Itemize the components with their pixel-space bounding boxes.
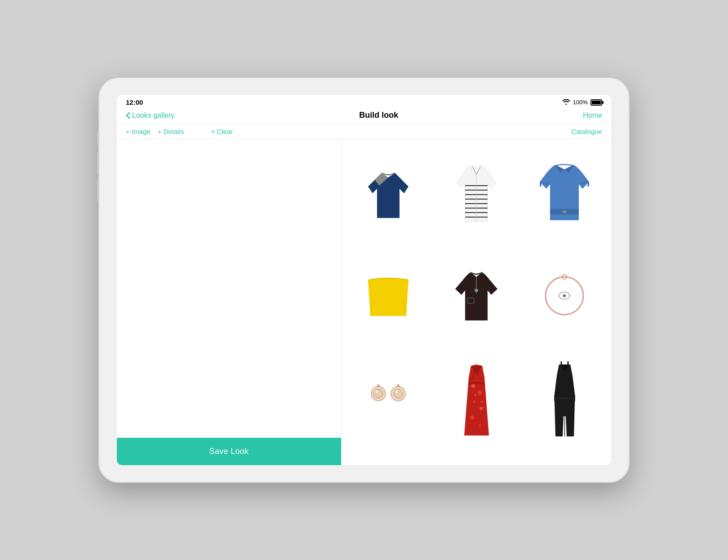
- ipad-frame: 12:00 100%: [99, 78, 629, 482]
- right-panel: [342, 139, 611, 465]
- svg-point-25: [470, 415, 475, 420]
- battery-fill: [592, 101, 601, 104]
- status-time: 12:00: [126, 98, 143, 106]
- svg-point-18: [395, 391, 398, 393]
- status-bar: 12:00 100%: [117, 95, 611, 108]
- catalogue-grid: [346, 144, 607, 448]
- item-visual-black-sweater: [449, 260, 503, 332]
- side-button-volume-down[interactable]: [97, 179, 99, 201]
- list-item[interactable]: [346, 144, 431, 243]
- item-visual-bracelet: [537, 260, 591, 332]
- toolbar-left: + Image + Details: [126, 128, 184, 135]
- svg-point-28: [481, 401, 483, 403]
- left-panel: Save Look: [117, 139, 342, 465]
- list-item[interactable]: [522, 144, 607, 243]
- svg-rect-2: [562, 210, 567, 213]
- battery-icon: [590, 99, 602, 106]
- add-details-button[interactable]: + Details: [158, 128, 184, 135]
- item-visual-denim-jacket: [537, 157, 591, 229]
- toolbar: + Image + Details × Clear Catalogue: [117, 124, 611, 139]
- svg-point-21: [471, 384, 475, 388]
- home-button[interactable]: Home: [583, 111, 602, 120]
- add-image-button[interactable]: + Image: [126, 128, 151, 135]
- svg-point-26: [479, 424, 481, 427]
- svg-rect-4: [475, 289, 478, 292]
- item-visual-black-jumpsuit: [537, 362, 591, 434]
- item-visual-red-dress: [449, 362, 503, 434]
- svg-point-10: [564, 295, 565, 297]
- svg-point-27: [475, 394, 476, 396]
- nav-bar: Looks gallery Build look Home: [117, 108, 611, 124]
- wifi-icon: [562, 98, 570, 106]
- item-visual-shirt-striped: [449, 157, 503, 229]
- svg-point-23: [473, 400, 475, 403]
- list-item[interactable]: [346, 349, 431, 448]
- item-visual-yellow-top: [361, 260, 415, 332]
- svg-point-13: [375, 391, 378, 393]
- item-visual-sweater-navy: [361, 157, 415, 229]
- ipad-screen: 12:00 100%: [117, 95, 611, 465]
- list-item[interactable]: [434, 144, 519, 243]
- list-item[interactable]: [434, 246, 519, 345]
- list-item[interactable]: [434, 349, 519, 448]
- item-visual-earrings: [361, 362, 415, 434]
- clear-button[interactable]: × Clear: [211, 128, 233, 135]
- side-button-volume-up[interactable]: [97, 152, 99, 174]
- page-title: Build look: [359, 111, 398, 120]
- svg-point-24: [479, 407, 483, 410]
- look-canvas: [117, 139, 341, 438]
- list-item[interactable]: [522, 349, 607, 448]
- back-label: Looks gallery: [132, 111, 174, 120]
- back-button[interactable]: Looks gallery: [126, 111, 174, 120]
- svg-point-22: [478, 391, 482, 395]
- svg-point-12: [374, 389, 383, 398]
- save-look-button[interactable]: Save Look: [117, 438, 341, 465]
- status-icons: 100%: [562, 98, 602, 106]
- catalogue-button[interactable]: Catalogue: [572, 128, 602, 135]
- main-content: Save Look: [117, 139, 611, 465]
- svg-point-17: [394, 389, 403, 398]
- battery-percent: 100%: [573, 99, 588, 106]
- side-button-mute[interactable]: [97, 132, 99, 145]
- list-item[interactable]: [346, 246, 431, 345]
- list-item[interactable]: [522, 246, 607, 345]
